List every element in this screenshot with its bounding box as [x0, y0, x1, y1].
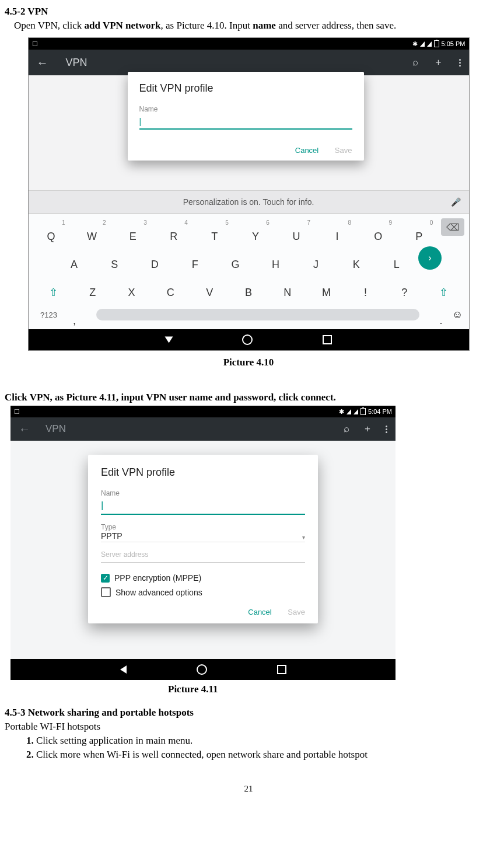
back-icon[interactable]: ← — [19, 423, 30, 436]
cancel-button[interactable]: Cancel — [248, 608, 271, 616]
key-d[interactable]: D — [136, 246, 173, 271]
symbols-key[interactable]: ?123 — [34, 311, 64, 319]
nav-home-icon[interactable] — [197, 664, 207, 675]
type-select[interactable]: PPTP ▾ — [101, 531, 305, 542]
status-time: 5:04 PM — [368, 408, 392, 415]
key-i[interactable]: 8I — [318, 218, 356, 243]
battery-icon — [360, 408, 366, 415]
name-input[interactable]: | — [139, 116, 352, 130]
show-advanced-checkbox[interactable]: Show advanced options — [101, 587, 305, 597]
text-bold: name — [253, 20, 276, 31]
overflow-icon[interactable] — [459, 59, 461, 67]
key-x[interactable]: X — [113, 274, 150, 299]
text: , as Picture 4.10. Input — [161, 20, 253, 31]
checkbox-unchecked-icon — [101, 587, 111, 597]
wifi-icon — [420, 41, 425, 47]
name-label: Name — [139, 105, 352, 113]
checkbox-checked-icon: ✓ — [101, 574, 110, 583]
suggestion-text: Personalization is on. Touch for info. — [183, 197, 314, 207]
suggestion-bar[interactable]: Personalization is on. Touch for info. 🎤 — [29, 190, 469, 214]
key-w[interactable]: 2W — [74, 218, 111, 243]
add-icon[interactable]: + — [436, 57, 442, 68]
keyboard: 1Q 2W 3E 4R 5T 6Y 7U 8I 9O 0P ⌫ A S D F … — [29, 214, 469, 329]
app-bar-title: VPN — [66, 57, 88, 69]
key-a[interactable]: A — [55, 246, 93, 271]
key-j[interactable]: J — [298, 246, 335, 271]
status-bar: ☐ ✱ 5:04 PM — [10, 406, 396, 417]
key-k[interactable]: K — [338, 246, 375, 271]
nav-bar — [29, 329, 469, 350]
key-y[interactable]: 6Y — [237, 218, 274, 243]
search-icon[interactable]: ⌕ — [412, 57, 418, 68]
shift-key-left[interactable]: ⇧ — [35, 274, 72, 299]
key-excl[interactable]: ! — [346, 274, 384, 299]
key-h[interactable]: H — [257, 246, 295, 271]
mic-icon[interactable]: 🎤 — [451, 197, 461, 207]
period-key[interactable]: . — [432, 302, 450, 327]
key-c[interactable]: C — [152, 274, 189, 299]
emoji-key[interactable]: ☺ — [452, 309, 463, 321]
bluetooth-icon: ✱ — [339, 408, 344, 416]
status-left-icon: ☐ — [32, 40, 38, 48]
caption-411: Picture 4.11 — [5, 684, 492, 695]
ppp-encryption-checkbox[interactable]: ✓ PPP encryption (MPPE) — [101, 573, 305, 583]
key-u[interactable]: 7U — [278, 218, 315, 243]
dialog-title: Edit VPN profile — [101, 466, 305, 479]
status-left-icon: ☐ — [14, 408, 20, 416]
type-value: PPTP — [101, 531, 302, 541]
comma-key[interactable]: , — [66, 302, 83, 327]
name-label: Name — [101, 489, 305, 497]
step-2: Click more when Wi-Fi is well connected,… — [36, 749, 492, 761]
key-p[interactable]: 0P — [400, 218, 438, 243]
server-address-input[interactable]: Server address — [101, 548, 305, 563]
text-bold: add VPN network — [85, 20, 161, 31]
search-icon[interactable]: ⌕ — [344, 423, 349, 435]
key-l[interactable]: L — [378, 246, 415, 271]
enter-key[interactable]: › — [418, 246, 442, 270]
battery-icon — [434, 40, 439, 47]
paragraph-open-vpn: Open VPN, click add VPN network, as Pict… — [5, 20, 492, 32]
key-b[interactable]: B — [230, 274, 267, 299]
paragraph-click-vpn: Click VPN, as Picture 4.11, input VPN us… — [5, 392, 492, 403]
app-bar: ← VPN ⌕ + — [10, 417, 396, 441]
back-icon[interactable]: ← — [37, 56, 48, 69]
backspace-key[interactable]: ⌫ — [441, 218, 464, 236]
edit-vpn-dialog: Edit VPN profile Name | Cancel Save — [128, 72, 364, 161]
key-q[interactable]: 1Q — [33, 218, 70, 243]
wifi-icon — [346, 409, 351, 414]
key-v[interactable]: V — [191, 274, 228, 299]
key-f[interactable]: F — [176, 246, 214, 271]
page-number: 21 — [5, 784, 492, 794]
nav-home-icon[interactable] — [242, 334, 253, 345]
key-qmark[interactable]: ? — [386, 274, 423, 299]
key-m[interactable]: M — [308, 274, 345, 299]
dropdown-caret-icon: ▾ — [302, 534, 305, 541]
key-r[interactable]: 4R — [155, 218, 192, 243]
nav-back-icon[interactable] — [120, 665, 127, 674]
nav-recent-icon[interactable] — [277, 665, 286, 674]
app-bar-title: VPN — [46, 423, 66, 435]
cancel-button[interactable]: Cancel — [295, 146, 318, 155]
shift-key-right[interactable]: ⇧ — [425, 274, 462, 299]
key-s[interactable]: S — [96, 246, 133, 271]
text: Open VPN, click — [14, 20, 85, 31]
edit-vpn-dialog: Edit VPN profile Name | Type PPTP ▾ Serv… — [88, 455, 318, 623]
overflow-icon[interactable] — [386, 426, 387, 433]
ppp-label: PPP encryption (MPPE) — [114, 573, 201, 583]
text: and server address, then save. — [276, 20, 396, 31]
key-o[interactable]: 9O — [359, 218, 397, 243]
key-e[interactable]: 3E — [114, 218, 152, 243]
nav-back-icon[interactable] — [164, 337, 173, 343]
spacebar-key[interactable] — [96, 309, 420, 320]
add-icon[interactable]: + — [365, 423, 370, 435]
dialog-backdrop: Edit VPN profile Name | Type PPTP ▾ Serv… — [10, 441, 396, 659]
name-input[interactable]: | — [101, 499, 305, 515]
caption-410: Picture 4.10 — [5, 357, 492, 368]
dialog-title: Edit VPN profile — [139, 82, 352, 95]
key-g[interactable]: G — [216, 246, 254, 271]
key-t[interactable]: 5T — [196, 218, 233, 243]
nav-recent-icon[interactable] — [323, 335, 332, 344]
key-z[interactable]: Z — [74, 274, 111, 299]
save-button: Save — [335, 146, 352, 155]
save-button: Save — [288, 608, 305, 616]
